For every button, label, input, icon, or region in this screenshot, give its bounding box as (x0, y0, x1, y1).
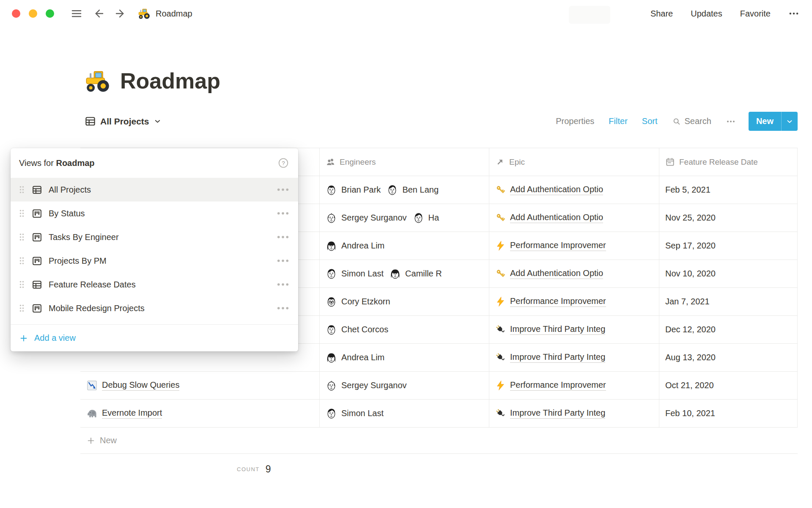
count-value: 9 (266, 464, 271, 475)
zap-icon (495, 240, 506, 251)
updates-button[interactable]: Updates (691, 9, 722, 19)
new-button-dropdown-icon[interactable] (782, 112, 798, 131)
sidebar-menu-icon[interactable] (70, 7, 83, 20)
engineers-cell[interactable]: Sergey Surganov (319, 372, 489, 399)
column-header-engineers[interactable]: Engineers (319, 148, 489, 176)
view-item-label: All Projects (49, 185, 91, 195)
view-item-tasks-by-engineer[interactable]: Tasks By Engineer (11, 225, 298, 249)
help-icon[interactable]: ? (278, 157, 289, 168)
engineer-name: Chet Corcos (341, 325, 388, 334)
view-item-menu-icon[interactable] (277, 231, 289, 243)
search-button[interactable]: Search (672, 116, 711, 126)
epic-link[interactable]: Add Authentication Optio (510, 213, 603, 223)
back-arrow-icon[interactable] (92, 7, 105, 20)
name-cell[interactable]: Debug Slow Queries (80, 372, 319, 399)
view-item-menu-icon[interactable] (277, 184, 289, 196)
column-header-epic[interactable]: Epic (489, 148, 659, 176)
date-cell[interactable]: Feb 10, 2021 (659, 400, 798, 427)
filter-button[interactable]: Filter (609, 116, 627, 126)
engineers-cell[interactable]: Brian Park Ben Lang (319, 176, 489, 204)
date-cell[interactable]: Jan 7, 2021 (659, 288, 798, 315)
epic-link[interactable]: Performance Improvemer (510, 380, 606, 391)
drag-handle-icon[interactable] (19, 233, 26, 241)
drag-handle-icon[interactable] (19, 209, 26, 218)
epic-link[interactable]: Improve Third Party Integ (510, 352, 605, 363)
new-button-label[interactable]: New (749, 112, 781, 131)
avatar (326, 380, 337, 391)
view-item-all-projects[interactable]: All Projects (11, 178, 298, 202)
view-item-projects-by-pm[interactable]: Projects By PM (11, 249, 298, 273)
engineers-cell[interactable]: Andrea Lim (319, 232, 489, 260)
engineers-cell[interactable]: Sergey Surganov Ha (319, 204, 489, 232)
name-cell[interactable]: Evernote Import (80, 400, 319, 427)
engineer-name: Andrea Lim (341, 353, 384, 362)
view-item-label: Mobile Redesign Projects (49, 304, 145, 313)
favorite-button[interactable]: Favorite (740, 9, 771, 19)
forward-arrow-icon[interactable] (114, 7, 127, 20)
epic-link[interactable]: Performance Improvemer (510, 296, 606, 307)
date-cell[interactable]: Feb 5, 2021 (659, 176, 798, 204)
view-item-mobile-redesign-projects[interactable]: Mobile Redesign Projects (11, 296, 298, 320)
page-emoji-tractor-icon[interactable] (85, 68, 111, 94)
count-label[interactable]: COUNT (237, 466, 260, 472)
drag-handle-icon[interactable] (19, 185, 26, 194)
drag-handle-icon[interactable] (19, 304, 26, 312)
engineers-cell[interactable]: Andrea Lim (319, 344, 489, 371)
engineer-name: Simon Last (341, 409, 384, 418)
view-selector[interactable]: All Projects (85, 116, 162, 127)
view-item-menu-icon[interactable] (277, 255, 289, 267)
view-item-by-status[interactable]: By Status (11, 202, 298, 225)
view-item-menu-icon[interactable] (277, 302, 289, 314)
new-record-button[interactable]: New (749, 112, 798, 131)
epic-cell[interactable]: Improve Third Party Integ (489, 344, 659, 371)
engineers-cell[interactable]: Cory Etzkorn (319, 288, 489, 315)
avatar (326, 296, 337, 307)
epic-cell[interactable]: Improve Third Party Integ (489, 316, 659, 343)
view-options-menu-icon[interactable] (726, 116, 736, 127)
properties-button[interactable]: Properties (556, 116, 594, 126)
epic-cell[interactable]: Performance Improvemer (489, 372, 659, 399)
epic-cell[interactable]: Performance Improvemer (489, 232, 659, 260)
view-item-menu-icon[interactable] (277, 279, 289, 290)
release-date: Oct 21, 2020 (665, 381, 714, 390)
share-button[interactable]: Share (650, 9, 673, 19)
date-cell[interactable]: Dec 12, 2020 (659, 316, 798, 343)
minimize-window-button[interactable] (29, 9, 37, 18)
more-menu-icon[interactable] (788, 8, 799, 19)
engineers-cell[interactable]: Chet Corcos (319, 316, 489, 343)
close-window-button[interactable] (12, 9, 20, 18)
epic-link[interactable]: Improve Third Party Integ (510, 408, 605, 419)
notion-app-window: Roadmap Share Updates Favorite Roadmap A… (0, 0, 812, 508)
release-date: Feb 5, 2021 (665, 185, 710, 195)
add-row-button[interactable]: New (80, 428, 798, 454)
drag-handle-icon[interactable] (19, 257, 26, 265)
epic-link[interactable]: Improve Third Party Integ (510, 324, 605, 335)
engineers-cell[interactable]: Simon Last (319, 400, 489, 427)
engineers-cell[interactable]: Simon Last Camille R (319, 260, 489, 287)
epic-cell[interactable]: Add Authentication Optio (489, 176, 659, 204)
zoom-window-button[interactable] (46, 9, 54, 18)
project-name-link[interactable]: Evernote Import (102, 408, 162, 419)
epic-link[interactable]: Performance Improvemer (510, 240, 606, 251)
epic-cell[interactable]: Performance Improvemer (489, 288, 659, 315)
date-cell[interactable]: Oct 21, 2020 (659, 372, 798, 399)
epic-cell[interactable]: Improve Third Party Integ (489, 400, 659, 427)
key-icon (495, 185, 506, 195)
date-cell[interactable]: Nov 10, 2020 (659, 260, 798, 287)
view-item-feature-release-dates[interactable]: Feature Release Dates (11, 273, 298, 296)
epic-cell[interactable]: Add Authentication Optio (489, 204, 659, 232)
view-item-menu-icon[interactable] (277, 207, 289, 219)
epic-link[interactable]: Add Authentication Optio (510, 185, 603, 195)
date-cell[interactable]: Aug 13, 2020 (659, 344, 798, 371)
column-header-feature-release-date[interactable]: Feature Release Date (659, 148, 798, 176)
date-cell[interactable]: Nov 25, 2020 (659, 204, 798, 232)
sort-button[interactable]: Sort (642, 116, 658, 126)
page-title[interactable]: Roadmap (120, 66, 220, 96)
epic-link[interactable]: Add Authentication Optio (510, 268, 603, 279)
add-view-button[interactable]: Add a view (11, 324, 298, 351)
epic-cell[interactable]: Add Authentication Optio (489, 260, 659, 287)
drag-handle-icon[interactable] (19, 280, 26, 289)
date-cell[interactable]: Sep 17, 2020 (659, 232, 798, 260)
column-header-label: Epic (509, 157, 525, 167)
project-name-link[interactable]: Debug Slow Queries (102, 380, 179, 391)
